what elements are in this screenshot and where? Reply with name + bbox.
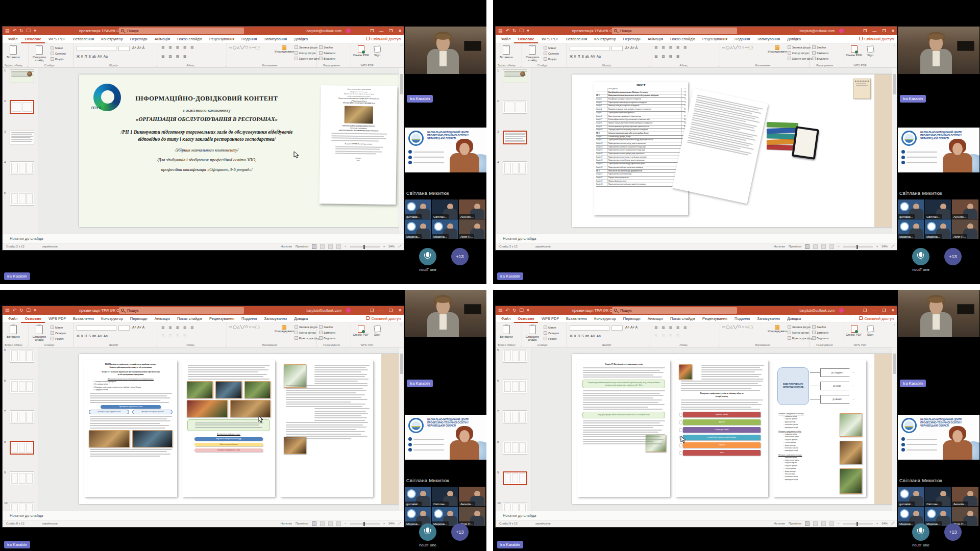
quick-access-toolbar[interactable]: ▤ ↶ ↻ 🖵 ▾ (498, 28, 529, 34)
font-button[interactable]: S (88, 334, 90, 338)
undo-icon[interactable]: ↶ (13, 307, 17, 314)
participant-tile[interactable]: Марина... (898, 219, 924, 239)
dialog-launcher-icon[interactable]: ⌟ (649, 343, 650, 346)
tab-Конструктор[interactable]: Конструктор (591, 35, 620, 43)
comments-toggle[interactable]: Примітки (789, 520, 801, 527)
tab-Показ слайдів[interactable]: Показ слайдів (667, 35, 699, 43)
slide-thumbnail-panel[interactable]: 1234 (496, 68, 531, 234)
close-button[interactable]: ✕ (891, 306, 895, 315)
customize-toolbar-icon[interactable]: ▾ (34, 28, 36, 34)
notes-bar[interactable]: Нотатки до слайда (3, 234, 404, 243)
shapes-gallery[interactable]: ▭◯△╲╱⬠☆⇨{ } (722, 325, 767, 329)
tab-Подання[interactable]: Подання (731, 315, 753, 323)
tab-Подання[interactable]: Подання (731, 35, 753, 43)
current-slide[interactable]: ПТУ 8 ІНФОРМАЦІЙНО-ДОВІДКОВИЙ КОНТЕНТ з … (79, 354, 404, 504)
redo-icon[interactable]: ↻ (512, 28, 517, 34)
phone-participant-avatar[interactable] (419, 248, 436, 265)
participant-tile[interactable]: Марина... (432, 507, 458, 526)
customize-toolbar-icon[interactable]: ▾ (34, 307, 36, 314)
new-slide-button[interactable]: Створити слайд (30, 45, 48, 62)
participant-tile[interactable]: Ангелін... (952, 487, 978, 506)
reset-button[interactable]: Скинути (544, 52, 559, 55)
tab-Рецензування[interactable]: Рецензування (699, 315, 731, 323)
create-pdf-button[interactable]: Create PDF (845, 325, 863, 336)
start-slideshow-icon[interactable]: 🖵 (520, 307, 524, 314)
replace-button[interactable]: Замінити (319, 331, 335, 334)
participant-tile[interactable]: Світлан... (925, 199, 951, 219)
save-icon[interactable]: ▤ (498, 307, 503, 314)
font-button[interactable]: ab (585, 55, 589, 58)
slide-thumbnail[interactable]: 8 (3, 439, 38, 470)
slide-thumbnail-panel[interactable]: 5678910 (496, 347, 531, 511)
fit-slide-icon[interactable]: ⤢ (398, 243, 401, 250)
minimize-button[interactable]: — (379, 306, 383, 315)
share-button[interactable]: Спільний доступ (366, 35, 401, 43)
arrange-button[interactable]: Упорядкувати (767, 325, 788, 333)
font-button[interactable]: ab (585, 334, 589, 338)
comments-toggle[interactable]: Примітки (789, 243, 801, 250)
tab-WPS PDF[interactable]: WPS PDF (538, 315, 562, 323)
layout-button[interactable]: Макет (51, 325, 63, 329)
font-button[interactable]: П (85, 334, 87, 338)
zoom-slider[interactable] (350, 246, 380, 247)
tab-Вставлення[interactable]: Вставлення (69, 35, 97, 43)
tab-Довідка[interactable]: Довідка (783, 35, 804, 43)
scrollbar[interactable] (399, 68, 404, 234)
dialog-launcher-icon[interactable]: ⌟ (225, 64, 226, 67)
shape-outline-button[interactable]: Контур фігури (788, 331, 808, 334)
notes-bar[interactable]: Нотатки до слайда (3, 511, 404, 520)
font-name-select[interactable] (77, 46, 116, 51)
undo-icon[interactable]: ↶ (506, 307, 510, 314)
presenter-video[interactable]: НАВЧАЛЬНО-МЕТОДИЧНИЙ ЦЕНТР ПРОФЕСІЙНО-ТЕ… (405, 128, 486, 172)
participant-tile[interactable]: Лілія П... (459, 507, 485, 526)
font-style-buttons[interactable]: ЖКПSabАVАа (570, 334, 602, 338)
quick-access-toolbar[interactable]: ▤ ↶ ↻ 🖵 ▾ (5, 28, 36, 34)
reset-button[interactable]: Скинути (51, 52, 66, 55)
save-icon[interactable]: ▤ (5, 307, 10, 314)
zoom-out-icon[interactable]: − (838, 520, 840, 527)
redo-icon[interactable]: ↻ (512, 307, 517, 314)
shapes-gallery[interactable]: ▭◯△╲╱⬠☆⇨{ } (229, 325, 274, 329)
participant-video-top[interactable] (898, 27, 979, 74)
font-name-select[interactable] (77, 325, 116, 331)
font-button[interactable]: ab (92, 334, 96, 338)
tab-Записування[interactable]: Записування (753, 35, 783, 43)
font-grow-shrink[interactable]: А˄ А˅ А́ (625, 46, 638, 49)
tab-Вставлення[interactable]: Вставлення (562, 315, 591, 323)
notes-toggle[interactable]: Нотатки (774, 243, 785, 250)
collapse-ribbon-icon[interactable]: ⌃ (893, 44, 895, 47)
account-email[interactable]: barptub@outlook.com (799, 27, 835, 35)
font-button[interactable]: П (578, 334, 580, 338)
more-participants-badge[interactable]: +13 (451, 248, 469, 265)
font-size-select[interactable] (611, 46, 623, 51)
slide-thumbnail[interactable]: 9 (496, 470, 531, 500)
slide-thumbnail[interactable]: 7 (496, 409, 531, 439)
dialog-launcher-icon[interactable]: ⌟ (156, 343, 157, 346)
more-participants-badge[interactable]: +13 (944, 248, 962, 265)
zoom-slider[interactable] (350, 523, 380, 524)
comments-toggle[interactable]: Примітки (296, 520, 308, 527)
participant-tile[interactable]: Світлан... (925, 487, 951, 506)
slide-thumbnail-panel[interactable]: 5678910 (3, 347, 38, 511)
ribbon-options-icon[interactable]: ❒ (370, 27, 374, 35)
start-slideshow-icon[interactable]: 🖵 (27, 307, 31, 314)
scrollbar[interactable] (892, 68, 897, 234)
normal-view-icon[interactable] (312, 521, 316, 526)
slide-sorter-icon[interactable] (320, 244, 325, 249)
slide-thumbnail[interactable]: 7 (3, 409, 38, 439)
font-grow-shrink[interactable]: А˄ А˅ А́ (132, 46, 144, 49)
font-button[interactable]: АV (591, 334, 595, 338)
arrange-button[interactable]: Упорядкувати (274, 45, 295, 53)
tab-Подання[interactable]: Подання (238, 35, 260, 43)
more-participants-badge[interactable]: +13 (944, 523, 962, 541)
new-slide-button[interactable]: Створити слайд (523, 45, 542, 62)
zoom-out-icon[interactable]: − (345, 520, 347, 527)
reset-button[interactable]: Скинути (544, 331, 559, 335)
dialog-launcher-icon[interactable]: ⌟ (718, 64, 719, 67)
font-button[interactable]: К (574, 55, 576, 58)
undo-icon[interactable]: ↶ (13, 28, 17, 34)
language-indicator[interactable]: українська (535, 520, 551, 527)
tab-Основне[interactable]: Основне (21, 315, 44, 323)
share-button[interactable]: Спільний доступ (366, 315, 401, 323)
font-button[interactable]: Аа (597, 55, 601, 58)
